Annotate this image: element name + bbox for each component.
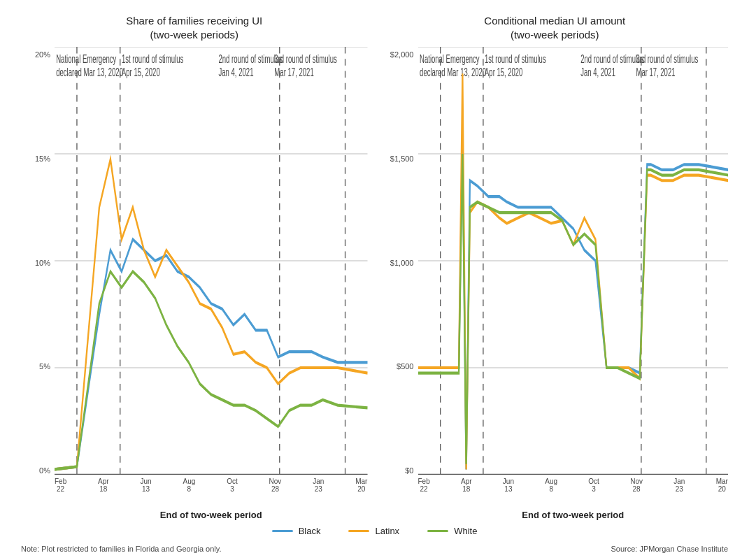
legend-latinx: Latinx [348, 526, 399, 536]
rx-label-jun13: Jun13 [503, 478, 514, 508]
svg-text:Jan 4, 2021: Jan 4, 2021 [218, 65, 253, 79]
svg-text:declared Mar 13, 2020: declared Mar 13, 2020 [420, 65, 486, 79]
svg-text:3rd round of stimulus: 3rd round of stimulus [274, 52, 337, 66]
y-label-2000: $2,000 [390, 50, 414, 59]
svg-text:2nd round of stimulus: 2nd round of stimulus [580, 52, 644, 66]
footer-note: Note: Plot restricted to families in Flo… [21, 545, 222, 553]
svg-text:Apr 15, 2020: Apr 15, 2020 [485, 65, 523, 79]
charts-row: Share of families receiving UI(two-week … [21, 14, 728, 520]
left-chart-container: Share of families receiving UI(two-week … [21, 14, 368, 520]
y-label-0: $0 [405, 466, 413, 475]
x-label-oct3: Oct3 [227, 478, 238, 508]
right-chart-title: Conditional median UI amount(two-week pe… [382, 14, 729, 41]
y-label-1000: $1,000 [390, 259, 414, 267]
rx-label-nov28: Nov28 [630, 478, 643, 508]
right-x-axis-labels: Feb22 Apr18 Jun13 Aug8 Oct3 Nov28 Jan23 … [418, 475, 729, 508]
y-label-500: $500 [397, 362, 413, 371]
svg-text:declared Mar 13, 2020: declared Mar 13, 2020 [56, 65, 123, 79]
svg-text:Mar 17, 2021: Mar 17, 2021 [274, 65, 314, 79]
legend-black-line [272, 530, 293, 532]
x-label-mar20: Mar20 [355, 478, 367, 508]
svg-text:National Emergency: National Emergency [56, 52, 116, 66]
main-container: Share of families receiving UI(two-week … [0, 0, 749, 560]
right-y-axis: $2,000 $1,500 $1,000 $500 $0 [382, 47, 418, 508]
y-label-15: 15% [35, 155, 50, 163]
y-label-20: 20% [35, 50, 50, 59]
x-label-aug8: Aug8 [183, 478, 196, 508]
right-chart-container: Conditional median UI amount(two-week pe… [382, 14, 729, 520]
legend-row: Black Latinx White [21, 526, 728, 536]
svg-text:1st round of stimulus: 1st round of stimulus [122, 52, 183, 66]
y-label-1500: $1,500 [390, 155, 414, 163]
x-label-nov28: Nov28 [269, 478, 282, 508]
rx-label-oct3: Oct3 [588, 478, 599, 508]
legend-white-label: White [454, 526, 477, 536]
rx-label-feb22: Feb22 [418, 478, 430, 508]
legend-white: White [427, 526, 477, 536]
footer-source: Source: JPMorgan Chase Institute [611, 545, 728, 553]
left-chart-plot: National Emergency declared Mar 13, 2020… [55, 47, 368, 508]
footer-row: Note: Plot restricted to families in Flo… [21, 545, 728, 553]
y-label-0: 0% [39, 466, 50, 475]
svg-text:National Emergency: National Emergency [420, 52, 480, 66]
x-label-jun13: Jun13 [141, 478, 152, 508]
svg-text:1st round of stimulus: 1st round of stimulus [485, 52, 546, 66]
legend-black-label: Black [299, 526, 321, 536]
legend-white-line [427, 530, 448, 532]
rx-label-mar20: Mar20 [716, 478, 728, 508]
legend-black: Black [272, 526, 321, 536]
x-label-jan23: Jan23 [313, 478, 324, 508]
left-chart-title: Share of families receiving UI(two-week … [21, 14, 368, 41]
left-y-axis: 20% 15% 10% 5% 0% [21, 47, 55, 508]
rx-label-jan23: Jan23 [673, 478, 685, 508]
x-label-feb22: Feb22 [55, 478, 66, 508]
right-x-axis-label: End of two-week period [418, 510, 729, 520]
svg-text:Mar 17, 2021: Mar 17, 2021 [636, 65, 675, 79]
left-x-axis-labels: Feb22 Apr18 Jun13 Aug8 Oct3 Nov28 Jan23 … [55, 475, 368, 508]
x-label-apr18: Apr18 [98, 478, 109, 508]
svg-text:3rd round of stimulus: 3rd round of stimulus [636, 52, 698, 66]
rx-label-aug8: Aug8 [545, 478, 557, 508]
svg-text:Apr 15, 2020: Apr 15, 2020 [122, 65, 160, 79]
svg-text:Jan 4, 2021: Jan 4, 2021 [580, 65, 615, 79]
y-label-5: 5% [39, 362, 50, 371]
rx-label-apr18: Apr18 [461, 478, 472, 508]
y-label-10: 10% [35, 259, 50, 267]
svg-text:2nd round of stimulus: 2nd round of stimulus [218, 52, 283, 66]
right-chart-plot: National Emergency declared Mar 13, 2020… [418, 47, 729, 508]
left-x-axis-label: End of two-week period [55, 510, 368, 520]
legend-latinx-line [348, 530, 369, 532]
legend-latinx-label: Latinx [375, 526, 399, 536]
